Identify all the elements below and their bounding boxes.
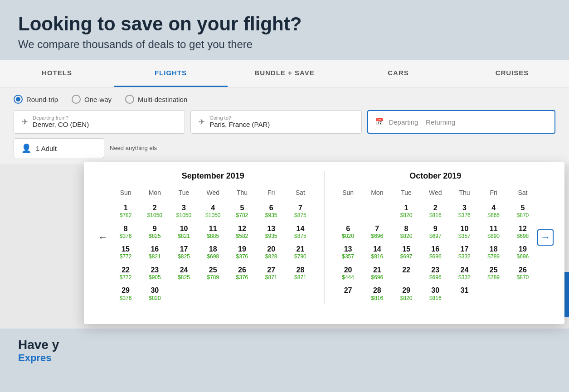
radio-roundtrip[interactable]: Round-trip — [14, 95, 58, 104]
table-row[interactable]: 7$875 — [286, 201, 315, 222]
table-row[interactable]: 25$789 — [479, 263, 508, 284]
oct-sat-header: Sat — [508, 187, 537, 201]
table-row[interactable]: 10$821 — [169, 222, 198, 242]
cal-empty — [257, 283, 286, 304]
table-row[interactable]: 24$332 — [450, 263, 479, 284]
table-row[interactable]: 6$935 — [257, 201, 286, 222]
table-row[interactable]: 11$885 — [199, 222, 228, 242]
table-row[interactable]: 28$816 — [363, 283, 392, 304]
table-row[interactable]: 5$870 — [508, 201, 537, 222]
calendar-divider — [324, 171, 325, 304]
table-row[interactable]: 27$871 — [257, 263, 286, 284]
table-row[interactable]: 8$376 — [111, 222, 140, 242]
table-row[interactable]: 30$820 — [140, 283, 169, 304]
radio-multidest[interactable]: Multi-destination — [125, 95, 187, 104]
table-row[interactable]: 21$790 — [286, 242, 315, 263]
hero-section: Looking to save on your flight? We compa… — [0, 0, 569, 60]
prev-month-button[interactable]: ← — [95, 229, 111, 246]
table-row[interactable]: 15$772 — [111, 242, 140, 263]
table-row[interactable]: 13$935 — [257, 222, 286, 242]
table-row[interactable]: 16$821 — [140, 242, 169, 263]
tab-cruises[interactable]: CRUISES — [455, 60, 569, 87]
table-row[interactable]: 26$870 — [508, 263, 537, 284]
departing-field[interactable]: ✈ Departing from? Denver, CO (DEN) — [14, 110, 185, 134]
table-row[interactable]: 20$444 — [334, 263, 363, 284]
table-row[interactable]: 19$376 — [228, 242, 257, 263]
table-row[interactable]: 17$825 — [169, 242, 198, 263]
cal-empty — [228, 283, 257, 304]
calendar-header: ← September 2019 Sun Mon Tue Wed Thu Fri… — [95, 171, 554, 304]
october-title: October 2019 — [334, 171, 538, 181]
date-field[interactable]: 📅 Departing – Returning — [367, 110, 555, 134]
table-row[interactable]: 2$816 — [421, 201, 450, 222]
table-row[interactable]: 11$890 — [479, 222, 508, 242]
plane-depart-icon: ✈ — [21, 117, 28, 127]
table-row[interactable]: 23$696 — [421, 263, 450, 284]
cal-empty — [169, 283, 198, 304]
table-row[interactable]: 17$332 — [450, 242, 479, 263]
table-row[interactable]: 23$905 — [140, 263, 169, 284]
table-row[interactable]: 6$820 — [334, 222, 363, 242]
need-more-text: Need anything els — [110, 138, 157, 158]
hero-title: Looking to save on your flight? — [18, 14, 551, 34]
table-row[interactable]: 8$820 — [392, 222, 421, 242]
sep-sun-header: Sun — [111, 187, 140, 201]
table-row[interactable]: 22 — [392, 263, 421, 284]
table-row[interactable]: 1$820 — [392, 201, 421, 222]
going-field[interactable]: ✈ Going to? Paris, France (PAR) — [190, 110, 362, 134]
table-row[interactable]: 4$866 — [479, 201, 508, 222]
table-row[interactable]: 20$828 — [257, 242, 286, 263]
going-content: Going to? Paris, France (PAR) — [209, 115, 270, 129]
bottom-link[interactable]: Expres — [18, 352, 551, 364]
table-row[interactable]: 29$820 — [392, 283, 421, 304]
table-row[interactable]: 18$789 — [479, 242, 508, 263]
table-row[interactable]: 27 — [334, 283, 363, 304]
table-row[interactable]: 22$772 — [111, 263, 140, 284]
table-row[interactable]: 28$871 — [286, 263, 315, 284]
table-row[interactable]: 25$789 — [199, 263, 228, 284]
table-row[interactable]: 3$1050 — [169, 201, 198, 222]
calendar-months: September 2019 Sun Mon Tue Wed Thu Fri S… — [111, 171, 537, 304]
table-row[interactable]: 31 — [450, 283, 479, 304]
search-inputs-row: ✈ Departing from? Denver, CO (DEN) ✈ Goi… — [14, 110, 555, 134]
table-row[interactable]: 18$698 — [199, 242, 228, 263]
sep-tue-header: Tue — [169, 187, 198, 201]
next-month-button[interactable]: → — [537, 229, 554, 246]
table-row[interactable]: 3$376 — [450, 201, 479, 222]
bottom-title: Have y — [18, 338, 551, 352]
table-row[interactable]: 10$357 — [450, 222, 479, 242]
sep-thu-header: Thu — [228, 187, 257, 201]
table-row[interactable]: 19$696 — [508, 242, 537, 263]
search-area: Round-trip One-way Multi-destination ✈ D… — [0, 87, 569, 164]
passengers-field[interactable]: 👤 1 Adult — [14, 138, 104, 158]
table-row[interactable]: 21$696 — [363, 263, 392, 284]
table-row[interactable]: 5$782 — [228, 201, 257, 222]
tab-flights[interactable]: FLIGHTS — [114, 60, 228, 87]
table-row[interactable]: 9$697 — [421, 222, 450, 242]
table-row[interactable]: 24$825 — [169, 263, 198, 284]
calendar-september: September 2019 Sun Mon Tue Wed Thu Fri S… — [111, 171, 315, 304]
table-row[interactable]: 15$697 — [392, 242, 421, 263]
table-row[interactable]: 7$696 — [363, 222, 392, 242]
table-row[interactable]: 30$816 — [421, 283, 450, 304]
tab-hotels[interactable]: HOTELS — [0, 60, 114, 87]
radio-oneway[interactable]: One-way — [72, 95, 112, 104]
tab-bundle[interactable]: BUNDLE + SAVE — [228, 60, 341, 87]
oct-thu-header: Thu — [450, 187, 479, 201]
table-row[interactable]: 13$357 — [334, 242, 363, 263]
radio-circle-multidest — [125, 95, 134, 104]
bottom-section: Have y Expres — [0, 329, 569, 392]
cal-empty — [363, 201, 392, 222]
table-row[interactable]: 14$816 — [363, 242, 392, 263]
table-row[interactable]: 9$825 — [140, 222, 169, 242]
table-row[interactable]: 2$1050 — [140, 201, 169, 222]
table-row[interactable]: 26$376 — [228, 263, 257, 284]
table-row[interactable]: 16$696 — [421, 242, 450, 263]
table-row[interactable]: 12$582 — [228, 222, 257, 242]
table-row[interactable]: 14$875 — [286, 222, 315, 242]
table-row[interactable]: 29$376 — [111, 283, 140, 304]
tab-cars[interactable]: CARS — [341, 60, 455, 87]
table-row[interactable]: 4$1050 — [199, 201, 228, 222]
table-row[interactable]: 1$782 — [111, 201, 140, 222]
table-row[interactable]: 12$698 — [508, 222, 537, 242]
